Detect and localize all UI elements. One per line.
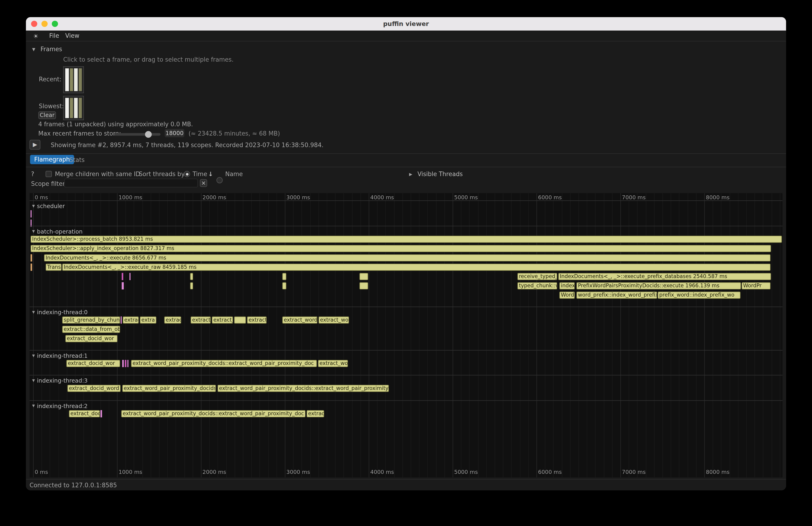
scope-bar[interactable] [122,282,124,289]
flamegraph-canvas[interactable]: 0 ms0 ms1000 ms1000 ms2000 ms2000 ms3000… [29,193,782,478]
scope-bar[interactable]: extract_docid_wor [66,335,118,342]
scope-bar[interactable]: IndexScheduler>::apply_index_operation 8… [31,245,771,252]
thread-header-indexing-thread:2[interactable]: ▼indexing-thread:2 [32,402,88,409]
app-window: puffin viewer ☀ File View ▼ Frames Click… [26,17,786,491]
scope-bar[interactable] [359,282,368,289]
scope-bar[interactable]: extract_doc [69,410,100,417]
scope-bar[interactable]: typed_chunk::w [517,282,557,289]
scope-bar[interactable] [190,282,193,289]
scope-bar[interactable]: extract_word_pair_proximity_docids::extr… [131,360,317,367]
scope-bar[interactable]: extract_word_pair_proximity_docids::extr… [121,410,306,417]
close-button[interactable] [31,20,37,27]
scope-bar[interactable]: extrac [164,316,181,323]
thread-header-indexing-thread:1[interactable]: ▼indexing-thread:1 [32,352,88,360]
frames-section-header[interactable]: ▼ Frames [32,46,62,53]
scope-bar[interactable]: extract_wo [318,316,349,323]
thread-name: indexing-thread:1 [37,352,88,359]
scope-bar[interactable]: extract_ [190,316,211,323]
scope-bar[interactable]: PrefixWordPairsProximityDocids::execute … [576,282,741,289]
scope-bar[interactable] [282,273,287,280]
recent-frames-thumbnail[interactable] [63,66,84,93]
sort-name-radio[interactable] [216,177,223,183]
merge-checkbox[interactable] [46,171,52,177]
visible-threads-toggle[interactable]: ▶ Visible Threads [409,170,463,177]
scope-bar[interactable]: word_prefix::index_word_prefix_ [576,292,657,299]
thread-name: batch-operation [37,228,83,235]
sort-name-label[interactable]: Name [225,170,243,177]
help-button[interactable]: ? [31,170,34,177]
scope-filter-input[interactable] [64,179,198,188]
scope-bar[interactable] [359,273,368,280]
scope-bar[interactable]: WordPr [742,282,770,289]
theme-toggle-icon[interactable]: ☀ [33,33,39,40]
collapse-down-icon: ▼ [32,47,35,52]
scope-bar[interactable] [234,316,246,323]
recent-label: Recent: [39,75,61,83]
scope-bar[interactable] [121,316,122,323]
scope-bar[interactable]: extract_word_pair_proximity_docids::extr… [218,385,389,392]
scope-bar[interactable]: IndexDocuments<_, _>::execute_raw 8459.1… [62,263,770,271]
scope-bar[interactable]: extract::data_from_ob [62,326,120,333]
clear-filter-button[interactable]: × [200,179,207,187]
zoom-button[interactable] [52,20,58,27]
scope-bar[interactable]: split_grenad_by_chun [62,316,120,323]
thread-separator [29,350,782,351]
scope-bar[interactable]: extra [140,316,156,323]
tab-flamegraph[interactable]: Flamegraph [30,155,74,164]
title-bar[interactable]: puffin viewer [26,17,786,31]
frame-thumbnail-bar [78,68,82,91]
scope-bar[interactable]: extract_docid_wor [66,360,120,367]
max-frames-slider-knob[interactable] [145,131,152,138]
scope-bar[interactable]: index [559,282,575,289]
scope-bar[interactable]: extract_docid_word [68,385,121,392]
scope-bar[interactable]: extract [247,316,267,323]
merge-checkbox-label[interactable]: Merge children with same ID [55,170,140,177]
scope-bar[interactable]: IndexDocuments<_, _>::execute 8656.677 m… [44,254,770,261]
minimize-button[interactable] [42,20,48,27]
scope-bar[interactable]: Trans [46,263,62,271]
scope-bar[interactable]: extract_word [282,316,318,323]
scope-bar[interactable] [122,273,123,280]
thread-header-indexing-thread:0[interactable]: ▼indexing-thread:0 [32,309,88,316]
frame-thumbnail-bar [66,98,69,118]
thread-header-scheduler[interactable]: ▼scheduler [32,203,65,210]
scope-bar[interactable] [101,410,102,417]
scope-bar[interactable]: extract_ [212,316,233,323]
scope-bar[interactable] [282,282,287,289]
axis-tick: 6000 ms [538,469,562,475]
play-button[interactable]: ▶ [29,140,40,149]
menu-view[interactable]: View [66,32,79,39]
scope-bar[interactable]: extrac [307,410,324,417]
scope-bar[interactable]: Word [559,292,575,299]
frame-thumbnail-bar [74,98,78,118]
scope-bar[interactable] [31,263,32,271]
scope-bar[interactable] [31,210,31,217]
frame-thumbnail-bar [74,68,78,91]
scope-bar[interactable] [130,273,130,280]
sort-time-label[interactable]: Time [192,170,207,177]
scope-bar[interactable] [122,360,124,367]
scope-bar[interactable]: IndexScheduler>::process_batch 8953.821 … [31,236,782,243]
scope-bar[interactable]: prefix_word::index_prefix_wo [658,292,741,299]
max-frames-slider[interactable] [114,133,161,135]
scope-bar[interactable]: extract [123,316,139,323]
clear-button[interactable]: Clear [38,111,56,119]
scope-bar[interactable]: extract_word_pair_proximity_docids [122,385,216,392]
scope-bar[interactable] [31,254,32,261]
tab-stats[interactable]: Stats [69,157,85,164]
scope-bar[interactable]: extract_wo [318,360,348,367]
menu-file[interactable]: File [49,32,59,39]
slowest-frames-thumbnail[interactable] [63,96,84,120]
sort-time-radio[interactable] [184,171,190,177]
scope-bar[interactable] [125,360,127,367]
scope-bar[interactable] [128,360,128,367]
sort-direction-icon[interactable]: ↓ [208,170,213,177]
scope-bar[interactable] [190,273,193,280]
scope-bar[interactable]: receive_typed_ [517,273,557,280]
thread-header-batch-operation[interactable]: ▼batch-operation [32,228,83,235]
scope-bar[interactable]: IndexDocuments<_, _>::execute_prefix_dat… [558,273,771,280]
axis-tick: 5000 ms [454,469,478,475]
thread-header-indexing-thread:3[interactable]: ▼indexing-thread:3 [32,377,88,384]
slowest-label: Slowest: [39,102,64,109]
max-frames-value[interactable]: 18000 [165,129,185,137]
